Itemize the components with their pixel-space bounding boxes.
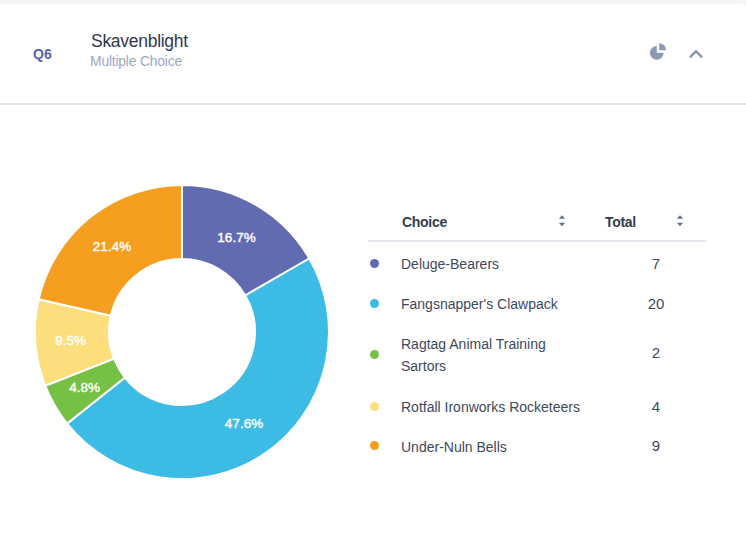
svg-text:9.5%: 9.5% [55, 333, 86, 348]
svg-text:4.8%: 4.8% [69, 380, 100, 395]
svg-text:21.4%: 21.4% [92, 239, 130, 254]
svg-text:47.6%: 47.6% [224, 416, 262, 431]
svg-text:16.7%: 16.7% [217, 230, 255, 245]
